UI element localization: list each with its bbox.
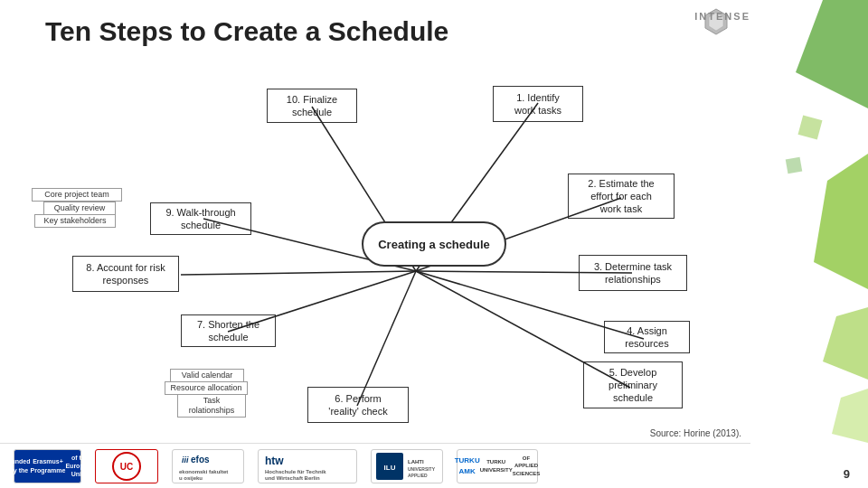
label-task-relationships: Task rolationships xyxy=(177,394,246,418)
source-citation: Source: Horine (2013). xyxy=(650,428,741,438)
eu-logo: ★ ★ ★ Funded by the Erasmus+ Programme o… xyxy=(14,449,81,483)
label-quality-review: Quality review xyxy=(43,202,116,215)
label-resource-allocation: Resource allocation xyxy=(165,381,248,395)
step-9-box: 9. Walk-through schedule xyxy=(150,202,251,235)
efos-logo: iii efos ekonomski fakultet u osijeku xyxy=(172,449,244,483)
svg-text:ekonomski fakultet: ekonomski fakultet xyxy=(179,469,228,474)
svg-marker-0 xyxy=(796,0,868,108)
step-6-box: 6. Perform 'reality' check xyxy=(307,387,409,423)
svg-text:htw: htw xyxy=(265,455,284,467)
label-core-team: Core project team xyxy=(32,188,122,202)
svg-text:ILU: ILU xyxy=(383,464,395,472)
step-8-box: 8. Account for risk responses xyxy=(72,256,179,292)
slide: Ten Steps to Create a Schedule INTENSE xyxy=(0,0,868,488)
step-5-box: 5. Develop preliminary schedule xyxy=(583,361,683,408)
deco-shapes xyxy=(750,0,868,488)
svg-text:APPLIED: APPLIED xyxy=(408,473,428,478)
svg-text:LAHTI: LAHTI xyxy=(408,459,424,465)
label-valid-calendar: Valid calendar xyxy=(170,369,244,382)
turku-logo: TURKU AMK TURKU UNIVERSITY OF APPLIED SC… xyxy=(457,449,538,483)
label-key-stakeholders: Key stakeholders xyxy=(34,214,116,228)
svg-marker-3 xyxy=(832,389,868,443)
step-4-box: 4. Assign resources xyxy=(604,321,690,353)
page-number: 9 xyxy=(844,467,850,481)
svg-line-15 xyxy=(181,271,416,275)
svg-text:iii: iii xyxy=(182,455,189,465)
step-3-box: 3. Determine task relationships xyxy=(579,255,687,291)
svg-marker-1 xyxy=(814,154,868,289)
svg-text:UNIVERSITY: UNIVERSITY xyxy=(408,466,436,472)
page-title: Ten Steps to Create a Schedule xyxy=(45,16,448,47)
svg-line-13 xyxy=(357,271,416,406)
svg-text:Hochschule für Technik: Hochschule für Technik xyxy=(265,469,326,474)
svg-rect-4 xyxy=(798,116,823,140)
svg-text:efos: efos xyxy=(191,455,210,465)
htw-logo: htw Hochschule für Technik und Wirtschaf… xyxy=(258,449,357,483)
step-10-box: 10. Finalize schedule xyxy=(267,89,357,123)
step-7-box: 7. Shorten the schedule xyxy=(181,314,276,347)
svg-rect-5 xyxy=(786,157,803,174)
ilu-logo: ILU LAHTI UNIVERSITY APPLIED xyxy=(371,449,443,483)
step-1-box: 1. Identify work tasks xyxy=(493,86,583,122)
uc-logo: UC xyxy=(95,449,158,483)
step-2-box: 2. Estimate the effort for each work tas… xyxy=(568,174,675,219)
footer: ★ ★ ★ Funded by the Erasmus+ Programme o… xyxy=(0,443,750,488)
svg-marker-2 xyxy=(823,307,868,380)
svg-text:UC: UC xyxy=(119,462,132,472)
center-ellipse: Creating a schedule xyxy=(362,221,506,267)
logo-text: INTENSE xyxy=(694,11,750,22)
svg-text:u osijeku: u osijeku xyxy=(179,475,203,481)
svg-text:und Wirtschaft Berlin: und Wirtschaft Berlin xyxy=(265,475,320,481)
